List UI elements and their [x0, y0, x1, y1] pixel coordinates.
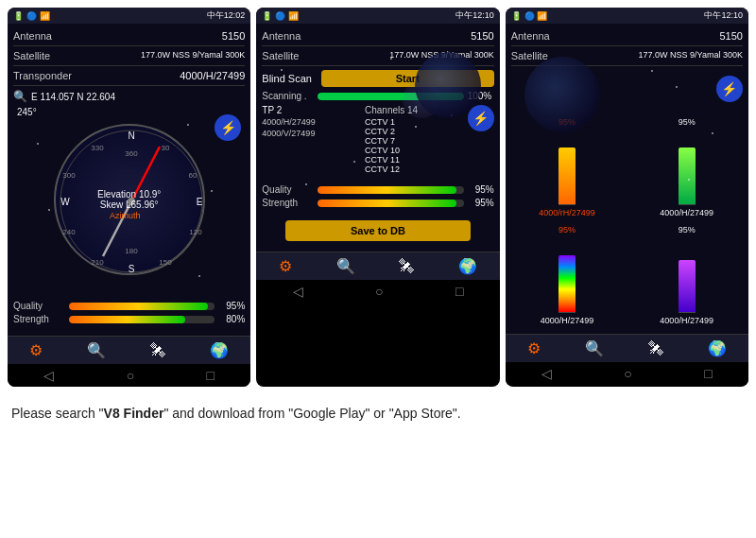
- satellite-icon-1[interactable]: 🛰: [150, 342, 165, 359]
- signal-columns: 95% 4000/rH/27499 95% 4000/H/27499 9: [511, 113, 743, 329]
- blind-scan-row: Blind Scan Start: [262, 70, 493, 87]
- phone-content-1: Antenna 5150 Satellite 177.0W NSS 9/Yama…: [8, 24, 250, 336]
- android-bar-1: ◁ ○ □: [8, 364, 250, 387]
- divider-3a: [511, 45, 743, 46]
- signal-icon-3: 🔋: [511, 11, 522, 21]
- col0-bar-container: [558, 130, 576, 205]
- satellite-icon-3[interactable]: 🛰: [648, 340, 663, 357]
- svg-text:S: S: [128, 264, 134, 274]
- strength-label-1: Strength: [13, 314, 65, 324]
- svg-text:30: 30: [161, 144, 169, 152]
- strength-label-2: Strength: [262, 198, 314, 208]
- strength-pct-2: 95%: [468, 198, 494, 208]
- bluetooth-btn-3[interactable]: ⚡: [716, 76, 743, 102]
- bluetooth-btn-1[interactable]: ⚡: [215, 114, 241, 141]
- bottom-nav-2: ⚙ 🔍 🛰 🌍: [256, 252, 499, 280]
- channel-3: CCTV 7: [365, 136, 464, 146]
- col3-top-pct: 95%: [679, 225, 696, 234]
- signal-icon-1: 🔋: [13, 11, 24, 21]
- settings-icon-1[interactable]: ⚙: [29, 341, 43, 359]
- svg-text:Azimuth: Azimuth: [110, 211, 141, 220]
- back-btn-2[interactable]: ◁: [293, 284, 303, 299]
- quality-pct-2: 95%: [468, 184, 494, 195]
- status-right-2: 中午12:10: [455, 9, 494, 22]
- tp-sub-2: 4000/V/27499: [262, 129, 361, 138]
- quality-label-2: Quality: [262, 184, 314, 195]
- tp-label: TP 2: [262, 105, 361, 115]
- antenna-label-3: Antenna: [511, 30, 550, 42]
- satellite-row-1: Satellite 177.0W NSS 9/Yamal 300K: [13, 48, 245, 63]
- col0-top-pct: 95%: [558, 117, 576, 127]
- antenna-value-1: 5150: [222, 30, 245, 42]
- signal-icon-2: 🔋: [262, 11, 272, 21]
- search-icon-2[interactable]: 🔍: [336, 257, 355, 275]
- quality-bar-bg-1: [69, 303, 215, 310]
- antenna-row-1: Antenna 5150: [13, 28, 245, 43]
- home-btn-3[interactable]: ○: [624, 366, 631, 381]
- recents-btn-2[interactable]: □: [455, 284, 463, 299]
- quality-bar-fill-1: [69, 303, 208, 310]
- status-left-1: 🔋 🔵 📶: [13, 11, 50, 21]
- caption-text-start: Please search ": [11, 406, 104, 421]
- col1-label: 4000/H/27499: [660, 208, 713, 217]
- settings-icon-2[interactable]: ⚙: [279, 257, 292, 275]
- signal-col-3: 95% 4000/H/27499: [630, 225, 743, 325]
- back-btn-1[interactable]: ◁: [43, 368, 54, 383]
- phone-1: 🔋 🔵 📶 中午12:02 Antenna 5150 Satellite 177…: [8, 8, 250, 387]
- antenna-row-2: Antenna 5150: [262, 28, 493, 43]
- divider-2a: [262, 45, 493, 46]
- svg-text:W: W: [60, 197, 70, 207]
- globe-icon-1[interactable]: 🌍: [210, 341, 229, 359]
- col0-label: 4000/rH/27499: [539, 208, 595, 217]
- quality-label-1: Quality: [13, 301, 65, 311]
- svg-text:120: 120: [189, 228, 202, 236]
- home-btn-2[interactable]: ○: [375, 284, 383, 299]
- coord-row-1: 🔍 E 114.057 N 22.604: [13, 88, 245, 105]
- tp-left: TP 2 4000/H/27499 4000/V/27499: [262, 105, 361, 174]
- transponder-value-1: 4000/H/27499: [180, 70, 245, 81]
- back-btn-3[interactable]: ◁: [541, 366, 552, 381]
- recents-btn-3[interactable]: □: [704, 366, 712, 381]
- divider-1c: [13, 85, 245, 86]
- search-icon-3[interactable]: 🔍: [585, 339, 604, 357]
- time-1: 中午12:02: [207, 9, 246, 22]
- recents-btn-1[interactable]: □: [207, 368, 215, 383]
- caption-brand: V8 Finder: [104, 406, 164, 421]
- signal-col-2: 95% 4000/H/27499: [511, 225, 624, 325]
- col2-top-pct: 95%: [558, 225, 576, 234]
- time-2: 中午12:10: [455, 9, 494, 22]
- search-icon-1[interactable]: 🔍: [87, 341, 106, 359]
- bluetooth-btn-2[interactable]: ⚡: [468, 105, 494, 131]
- home-btn-1[interactable]: ○: [127, 368, 134, 383]
- tp-section: TP 2 4000/H/27499 4000/V/27499 Channels …: [262, 105, 493, 174]
- satellite-value-2: 177.0W NSS 9/Yamal 300K: [389, 50, 493, 61]
- divider-1a: [13, 45, 245, 46]
- satellite-label-2: Satellite: [262, 50, 299, 61]
- quality-bar-bg-2: [318, 186, 463, 194]
- globe-icon-3[interactable]: 🌍: [708, 339, 727, 357]
- strength-pct-1: 80%: [218, 314, 245, 324]
- save-to-db-button[interactable]: Save to DB: [285, 220, 471, 241]
- antenna-row-3: Antenna 5150: [511, 28, 743, 43]
- scanning-bar-bg: [318, 93, 463, 100]
- channel-2: CCTV 2: [365, 127, 464, 136]
- svg-text:210: 210: [91, 258, 104, 267]
- bearing-label: 245°: [17, 107, 37, 117]
- col2-label: 4000/H/27499: [541, 316, 594, 325]
- signal-section-1: Quality 95% Strength 80%: [13, 294, 245, 331]
- tp-sub-1: 4000/H/27499: [262, 117, 361, 127]
- svg-text:360: 360: [125, 149, 138, 158]
- start-button[interactable]: Start: [321, 70, 494, 87]
- satellite-icon-2[interactable]: 🛰: [399, 258, 414, 275]
- antenna-value-3: 5150: [720, 30, 743, 42]
- phones-container: 🔋 🔵 📶 中午12:02 Antenna 5150 Satellite 177…: [0, 0, 756, 394]
- satellite-value-1: 177.0W NSS 9/Yamal 300K: [141, 50, 245, 61]
- col1-bar: [679, 148, 696, 204]
- settings-icon-3[interactable]: ⚙: [527, 339, 541, 357]
- svg-text:180: 180: [125, 247, 138, 255]
- phone-2: 🔋 🔵 📶 中午12:10 Antenna 51: [256, 8, 499, 387]
- satellite-row-3: Satellite 177.0W NSS 9/Yamal 300K: [511, 48, 743, 63]
- channel-6: CCTV 12: [365, 165, 464, 174]
- svg-text:N: N: [128, 130, 134, 141]
- globe-icon-2[interactable]: 🌍: [458, 257, 477, 275]
